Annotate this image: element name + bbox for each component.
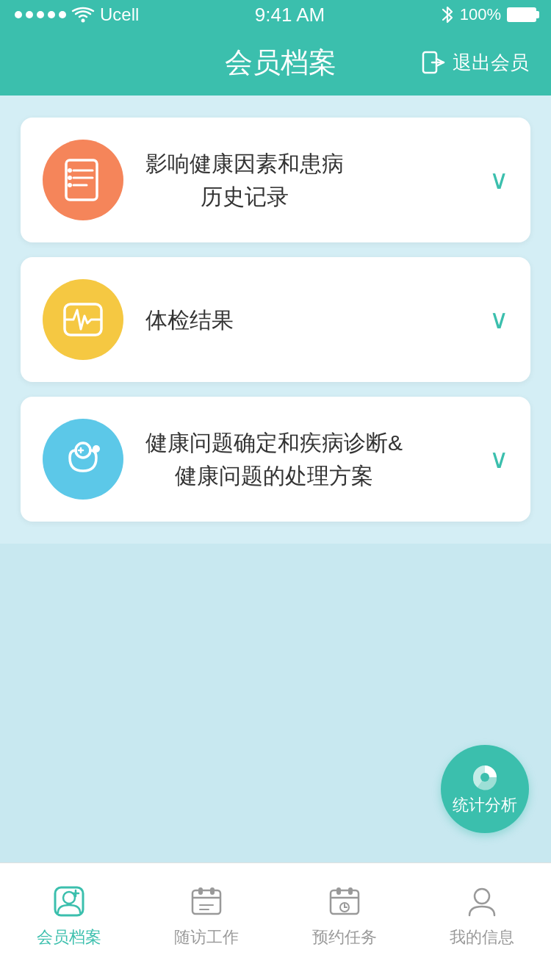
svg-rect-20 <box>210 887 215 895</box>
stats-float-button[interactable]: 统计分析 <box>441 745 529 833</box>
myinfo-tab-icon <box>464 883 500 920</box>
tab-myinfo-icon <box>461 881 503 922</box>
card-exam-results-left: 体检结果 <box>43 279 234 360</box>
main-content: 影响健康因素和患病 历史记录 ∨ 体检结果 ∨ <box>0 96 551 544</box>
exam-results-icon-circle <box>43 279 123 360</box>
battery-icon <box>507 7 536 22</box>
svg-point-8 <box>68 176 72 180</box>
svg-point-13 <box>480 773 489 782</box>
svg-point-7 <box>68 168 72 173</box>
health-factors-text: 影响健康因素和患病 历史记录 <box>145 147 344 213</box>
card-health-factors-left: 影响健康因素和患病 历史记录 <box>43 140 344 220</box>
card-exam-results[interactable]: 体检结果 ∨ <box>21 257 530 382</box>
exam-results-text: 体检结果 <box>145 303 234 336</box>
card-health-problems[interactable]: 健康问题确定和疾病诊断& 健康问题的处理方案 ∨ <box>21 397 530 522</box>
heartbeat-icon <box>60 297 106 342</box>
records-icon <box>60 157 106 203</box>
svg-rect-26 <box>348 887 353 895</box>
battery-percent: 100% <box>460 5 501 24</box>
wifi-icon <box>72 7 94 23</box>
tab-member-icon <box>48 881 90 922</box>
tab-appointment-label: 预约任务 <box>312 926 377 948</box>
health-problems-icon-circle <box>43 419 123 500</box>
tab-member-label: 会员档案 <box>37 926 101 948</box>
followup-tab-icon <box>188 883 225 920</box>
stethoscope-icon <box>60 436 107 483</box>
chart-icon <box>470 763 500 792</box>
nav-title: 会员档案 <box>140 44 422 82</box>
tab-member[interactable]: 会员档案 <box>37 881 101 948</box>
logout-button[interactable]: 退出会员 <box>422 49 529 76</box>
svg-rect-3 <box>66 160 97 200</box>
svg-rect-19 <box>198 887 203 895</box>
carrier-label: Ucell <box>100 4 139 25</box>
signal-dots <box>15 11 66 18</box>
bluetooth-icon <box>441 5 454 24</box>
logout-icon <box>422 49 448 76</box>
tab-followup[interactable]: 随访工作 <box>174 881 239 948</box>
member-tab-icon <box>51 883 87 920</box>
tab-appointment-icon <box>324 881 365 922</box>
nav-bar: 会员档案 退出会员 <box>0 29 551 96</box>
tab-appointment[interactable]: 预约任务 <box>312 881 377 948</box>
svg-rect-25 <box>336 887 341 895</box>
tab-followup-icon <box>186 881 227 922</box>
svg-point-9 <box>68 183 72 187</box>
card-health-factors[interactable]: 影响健康因素和患病 历史记录 ∨ <box>21 118 530 242</box>
float-btn-label: 统计分析 <box>453 795 517 816</box>
appointment-tab-icon <box>326 883 363 920</box>
tab-bar: 会员档案 随访工作 预约任务 <box>0 862 551 980</box>
tab-myinfo-label: 我的信息 <box>450 926 514 948</box>
tab-myinfo[interactable]: 我的信息 <box>450 881 514 948</box>
health-factors-icon-circle <box>43 140 123 220</box>
health-problems-text: 健康问题确定和疾病诊断& 健康问题的处理方案 <box>145 426 403 492</box>
svg-point-0 <box>82 19 85 23</box>
svg-rect-18 <box>192 890 220 914</box>
tab-followup-label: 随访工作 <box>174 926 239 948</box>
status-bar: Ucell 9:41 AM 100% <box>0 0 551 29</box>
svg-point-12 <box>93 445 100 453</box>
health-factors-chevron: ∨ <box>489 165 508 195</box>
status-left: Ucell <box>15 4 139 25</box>
time-display: 9:41 AM <box>255 4 325 26</box>
status-right: 100% <box>441 5 536 24</box>
card-health-problems-left: 健康问题确定和疾病诊断& 健康问题的处理方案 <box>43 419 403 500</box>
svg-point-29 <box>475 889 489 904</box>
logout-label: 退出会员 <box>453 50 529 76</box>
health-problems-chevron: ∨ <box>489 444 508 475</box>
exam-results-chevron: ∨ <box>489 304 508 335</box>
